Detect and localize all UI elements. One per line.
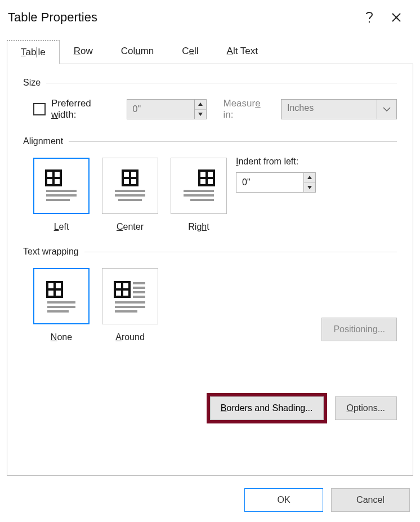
preferred-width-input[interactable] [127,99,194,119]
svg-rect-12 [115,190,145,192]
chevron-up-icon [198,102,203,106]
svg-rect-31 [133,287,145,289]
measure-in-value: Inches [281,99,377,119]
wrapping-heading-label: Text wrapping [23,247,79,257]
wrapping-none-item: None [33,268,90,342]
svg-rect-7 [46,194,77,197]
ok-button[interactable]: OK [244,488,323,512]
table-properties-dialog: Table Properties Table Row Column Cell A… [0,0,420,522]
wrapping-options: None [33,268,158,342]
help-button[interactable] [356,8,383,27]
chevron-down-icon [383,107,391,111]
measure-in-dropdown-button[interactable] [377,99,397,119]
align-left-icon [42,166,81,206]
indent-step-up[interactable] [304,173,315,182]
chevron-up-icon [307,176,312,179]
wrapping-none-button[interactable] [33,268,90,324]
indent-from-left-label: Indent from left: [236,157,316,167]
tab-strip: Table Row Column Cell Alt Text [0,33,420,64]
tab-cell[interactable]: Cell [168,39,212,64]
chevron-down-icon [198,113,203,116]
dialog-footer: OK Cancel [0,483,420,522]
alignment-right-item: Right [171,158,227,232]
svg-rect-33 [133,296,145,298]
svg-rect-32 [133,291,145,293]
close-button[interactable] [383,8,410,27]
wrapping-around-item: Around [102,268,158,342]
wrap-around-icon [110,276,150,316]
alignment-heading-label: Alignment [23,136,63,146]
svg-rect-14 [118,199,142,201]
alignment-left-item: Left [33,158,90,232]
size-heading-label: Size [23,78,41,88]
cancel-button[interactable]: Cancel [331,488,410,512]
wrapping-around-button[interactable] [102,268,158,324]
measure-in-label: Measure in: [224,98,274,121]
svg-rect-24 [47,301,75,304]
svg-rect-18 [184,190,214,192]
alignment-options: Left Center [33,158,227,232]
titlebar: Table Properties [0,0,420,33]
close-icon [391,12,401,23]
alignment-right-button[interactable] [171,158,227,214]
options-button[interactable]: Options... [335,396,397,420]
preferred-width-row: Preferred width: Measure in: Inches [23,98,397,121]
svg-rect-8 [46,199,70,201]
preferred-width-label: Preferred width: [51,98,119,121]
alignment-center-label: Center [102,222,158,232]
wrapping-none-label: None [33,332,90,342]
preferred-width-step-down[interactable] [195,109,206,119]
wrapping-around-label: Around [102,332,158,342]
preferred-width-spinbox[interactable] [127,99,207,119]
help-icon [365,11,374,24]
alignment-center-button[interactable] [102,158,158,214]
wrapping-heading: Text wrapping [23,247,397,257]
alignment-center-item: Center [102,158,158,232]
svg-rect-13 [115,194,145,197]
alignment-left-button[interactable] [33,158,90,214]
chevron-down-icon [307,186,312,189]
align-center-icon [110,166,150,206]
alignment-row: Left Center [23,157,397,232]
tab-table[interactable]: Table [7,40,60,64]
svg-rect-20 [190,199,214,201]
panel-button-row: Borders and Shading... Options... [23,393,397,423]
indent-from-left-spinbox[interactable] [236,172,316,193]
indent-from-left-input[interactable] [236,172,303,193]
wrapping-row: None [23,267,397,342]
positioning-button[interactable]: Positioning... [321,318,397,341]
dialog-title: Table Properties [8,10,356,25]
svg-rect-35 [115,306,145,308]
alignment-left-label: Left [33,222,90,232]
tab-column[interactable]: Column [107,39,168,64]
preferred-width-checkbox[interactable] [33,103,46,115]
measure-in-select[interactable]: Inches [281,99,397,119]
tab-alt-text[interactable]: Alt Text [213,39,272,64]
indent-from-left-area: Indent from left: [236,157,316,193]
svg-rect-34 [115,301,145,304]
align-right-icon [179,166,218,206]
tab-row[interactable]: Row [60,39,107,64]
borders-and-shading-button[interactable]: Borders and Shading... [210,396,324,420]
alignment-right-label: Right [171,222,227,232]
svg-rect-25 [47,306,75,308]
svg-rect-36 [115,310,137,313]
wrap-none-icon [42,276,81,316]
svg-rect-30 [133,282,145,284]
svg-rect-26 [47,310,69,313]
tab-panel: Size Preferred width: Measure in: Inches [7,64,413,476]
svg-point-0 [369,21,370,23]
borders-highlight: Borders and Shading... [207,393,327,423]
svg-rect-6 [46,190,77,192]
preferred-width-step-up[interactable] [195,100,206,109]
alignment-heading: Alignment [23,136,397,146]
size-heading: Size [23,78,397,88]
svg-rect-19 [184,194,214,197]
indent-step-down[interactable] [304,182,315,193]
